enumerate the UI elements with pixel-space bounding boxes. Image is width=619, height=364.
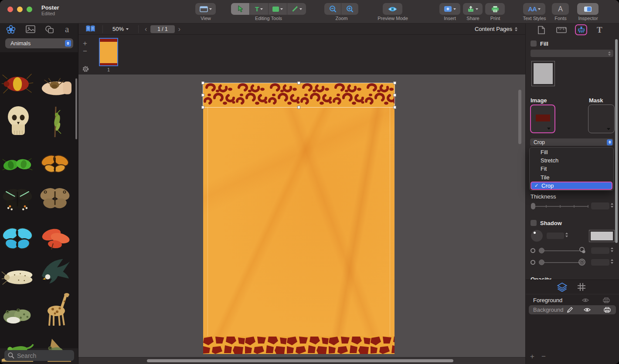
selection-handle-middle-right[interactable] [393, 94, 396, 97]
zoom-window-button[interactable] [27, 7, 32, 12]
mask-well[interactable] [588, 104, 615, 133]
menu-item-stretch[interactable]: Stretch [530, 156, 613, 165]
print-button[interactable] [485, 3, 505, 15]
insert-button[interactable] [439, 3, 460, 15]
clipart-flying-eagle[interactable] [38, 256, 71, 289]
remove-page-button[interactable]: − [83, 47, 87, 56]
selection-handle-bottom-left[interactable] [201, 106, 204, 109]
preview-mode-button[interactable] [383, 3, 402, 15]
shadow-angle-dial[interactable] [531, 230, 543, 242]
page-settings-button[interactable] [82, 65, 89, 73]
canvas-vertical-scrollbar[interactable] [518, 90, 521, 144]
next-page-button[interactable]: › [178, 25, 180, 33]
select-tool-button[interactable] [231, 3, 250, 15]
view-button[interactable] [195, 3, 216, 15]
shadow-blur-stepper[interactable] [611, 259, 613, 264]
tab-document-inspector[interactable] [537, 26, 545, 34]
clipart-blue-morpho-butterfly[interactable] [1, 221, 34, 254]
menu-item-crop[interactable]: ✓ Crop [531, 182, 612, 190]
minimize-window-button[interactable] [17, 7, 23, 12]
add-layer-button[interactable]: + [530, 352, 534, 361]
line-tool-button[interactable] [287, 3, 306, 15]
shadow-blur-slider-track[interactable] [540, 262, 580, 263]
menu-item-tile[interactable]: Tile [530, 173, 613, 182]
image-well[interactable] [530, 104, 555, 133]
shadow-angle-field[interactable] [547, 233, 564, 239]
tab-layers[interactable] [557, 283, 567, 292]
tab-clipart[interactable] [6, 25, 16, 34]
shadow-offset-field[interactable] [591, 247, 609, 254]
shadow-offset-stepper[interactable] [611, 247, 613, 252]
tab-geometry-inspector[interactable] [556, 27, 567, 33]
tab-shapes[interactable] [45, 25, 54, 34]
close-window-button[interactable] [7, 7, 13, 12]
shadow-offset-slider-track[interactable] [540, 250, 580, 251]
fill-checkbox[interactable] [531, 40, 537, 47]
selection-handle-top-left[interactable] [201, 81, 204, 84]
shadow-blur-slider-knob[interactable] [539, 260, 544, 265]
clipart-white-cicada[interactable] [1, 260, 34, 293]
printer-icon[interactable] [603, 297, 610, 303]
shadow-offset-reset-icon[interactable] [531, 248, 535, 253]
menu-item-fit[interactable]: Fit [530, 165, 613, 173]
clipart-sunset-moth[interactable] [1, 182, 34, 215]
selection-handle-bottom-center[interactable] [297, 106, 300, 109]
page-1-thumbnail[interactable] [99, 38, 118, 66]
fill-type-select[interactable] [531, 50, 613, 57]
pencil-icon[interactable] [567, 307, 573, 313]
clipart-frogs[interactable] [1, 298, 34, 331]
printer-icon[interactable] [604, 307, 611, 313]
tab-grid[interactable] [577, 283, 586, 291]
shadow-angle-stepper[interactable] [565, 233, 568, 237]
selection-handle-top-center[interactable] [297, 81, 300, 84]
giraffe-pattern-image[interactable] [203, 336, 395, 354]
add-page-button[interactable]: + [83, 39, 87, 48]
zoom-level-select[interactable]: 50% [112, 26, 129, 32]
text-tool-button[interactable]: T [250, 3, 269, 15]
zoom-out-button[interactable] [324, 3, 341, 15]
selection-handle-top-right[interactable] [393, 81, 396, 84]
shadow-offset-slider-knob[interactable] [539, 248, 544, 253]
tab-appearance-inspector[interactable] [575, 24, 587, 35]
sidebar-scrollbar[interactable] [75, 78, 77, 139]
shape-tool-button[interactable] [269, 3, 287, 15]
clipart-red-gold-beetle[interactable] [1, 67, 34, 101]
content-pages-select[interactable]: Content Pages [475, 26, 517, 32]
selection-handle-middle-left[interactable] [201, 94, 204, 97]
fonts-button[interactable]: A [552, 3, 569, 15]
clipart-green-beetles[interactable] [1, 149, 34, 182]
shadow-color-swatch[interactable] [589, 230, 615, 242]
search-input[interactable] [17, 352, 65, 359]
eye-icon[interactable] [584, 307, 591, 312]
thickness-value-field[interactable] [591, 202, 609, 209]
shadow-blur-field[interactable] [591, 259, 609, 266]
share-button[interactable] [463, 3, 483, 15]
canvas-horizontal-scrollbar[interactable] [147, 359, 453, 362]
clipart-giraffe[interactable] [38, 293, 71, 326]
canvas[interactable] [78, 74, 525, 357]
clipart-brown-butterfly[interactable] [38, 181, 71, 214]
search-field[interactable] [4, 350, 74, 361]
clipart-hand-with-tarantula[interactable] [38, 70, 71, 103]
facing-pages-button[interactable] [85, 25, 95, 33]
menu-item-fill[interactable]: Fill [530, 148, 613, 156]
clipart-primate-skull[interactable] [2, 104, 35, 138]
zoom-in-button[interactable] [341, 3, 358, 15]
poster-page[interactable] [203, 83, 395, 354]
collection-select[interactable]: Animals [5, 38, 73, 48]
fit-mode-select[interactable]: Crop [530, 138, 613, 146]
thickness-slider-knob[interactable] [531, 203, 535, 209]
inspector-scrollbar[interactable] [615, 39, 618, 243]
text-styles-button[interactable]: AA [523, 3, 545, 15]
eye-icon[interactable] [582, 298, 589, 303]
layer-row-foreground[interactable]: Foreground [529, 296, 616, 305]
thickness-stepper[interactable] [611, 203, 613, 208]
inspector-button[interactable] [577, 3, 599, 15]
clipart-orange-butterfly[interactable] [38, 147, 71, 180]
fill-color-swatch[interactable] [531, 61, 555, 86]
clipart-praying-mantis[interactable] [39, 105, 72, 138]
tab-text-art[interactable]: a [65, 24, 69, 35]
clipart-red-butterfly[interactable] [38, 222, 71, 255]
tab-text-inspector[interactable]: T [597, 25, 602, 35]
previous-page-button[interactable]: ‹ [145, 25, 147, 33]
